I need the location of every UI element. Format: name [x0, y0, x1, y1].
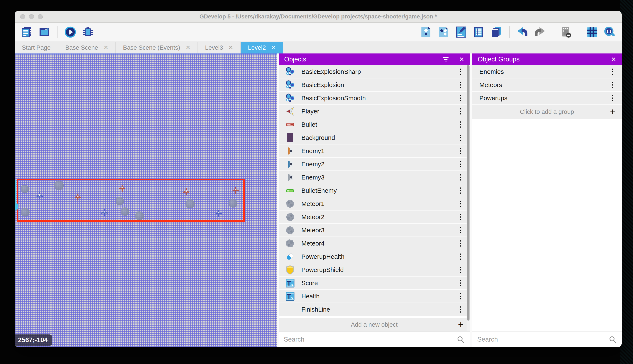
edit-scene-icon[interactable]: [455, 26, 467, 38]
object-row-bulletenemy[interactable]: BulletEnemy: [279, 184, 470, 197]
object-row-enemy2[interactable]: Enemy2: [279, 158, 470, 171]
object-label: FinishLine: [301, 306, 452, 313]
object-row-meteor4[interactable]: Meteor4: [279, 237, 470, 250]
zoom-1-1-icon[interactable]: 1:1: [604, 26, 616, 38]
group-row-powerups[interactable]: Powerups: [472, 92, 622, 105]
finish-line-handle[interactable]: [15, 202, 18, 210]
object-row-poweruphealth[interactable]: PowerupHealth: [279, 250, 470, 263]
panel-divider[interactable]: [277, 54, 279, 347]
scrollbar-thumb[interactable]: [467, 65, 470, 320]
toolbar-left-group: [21, 26, 94, 38]
gdevelop-window: GDevelop 5 - /Users/dkarakay/Documents/G…: [15, 11, 622, 347]
objects-panel: Objects ✕ BasicExplosionSharpBasicExplos…: [279, 54, 470, 347]
zoom-window-button[interactable]: [38, 14, 43, 19]
groups-search-input[interactable]: [472, 332, 622, 347]
object-row-basicexplosion[interactable]: BasicExplosion: [279, 78, 470, 92]
groups-list: EnemiesMeteorsPowerups: [472, 65, 622, 105]
object-row-finishline[interactable]: FinishLine: [279, 303, 470, 316]
tab-level3[interactable]: Level3✕: [198, 42, 241, 54]
explosion-object-icon: [279, 67, 301, 76]
object-row-player[interactable]: Player: [279, 105, 470, 118]
close-objects-panel-icon[interactable]: ✕: [459, 56, 464, 62]
desktop-background: [620, 0, 633, 364]
objects-search-input[interactable]: [279, 332, 470, 347]
group-menu-button[interactable]: [604, 95, 622, 101]
meteor-instance[interactable]: [21, 208, 30, 216]
enemy-blue-instance[interactable]: [215, 210, 222, 217]
tab-close-icon[interactable]: ✕: [186, 45, 190, 50]
object-label: Enemy1: [301, 148, 452, 154]
object-row-basicexplosionsmooth[interactable]: BasicExplosionSmooth: [279, 92, 470, 105]
groups-panel-header: Object Groups ✕: [472, 54, 622, 65]
object-row-background[interactable]: Background: [279, 131, 470, 144]
tab-close-icon[interactable]: ✕: [104, 45, 108, 50]
tab-level2[interactable]: Level2✕: [241, 42, 283, 54]
object-label: Meteor4: [301, 240, 452, 247]
object-row-meteor1[interactable]: Meteor1: [279, 197, 470, 210]
object-row-basicexplosionsharp[interactable]: BasicExplosionSharp: [279, 65, 470, 78]
tab-close-icon[interactable]: ✕: [271, 45, 276, 50]
enemy-red-instance[interactable]: [74, 193, 82, 201]
objects-scrollbar[interactable]: [467, 65, 470, 331]
undo-icon[interactable]: [516, 26, 528, 38]
minimize-window-button[interactable]: [29, 14, 34, 19]
objects-panel-title: Objects: [284, 56, 442, 63]
meteor-instance[interactable]: [121, 207, 129, 216]
panel-divider[interactable]: [470, 54, 472, 347]
meteor-instance[interactable]: [229, 199, 237, 208]
redo-icon[interactable]: [534, 26, 546, 38]
meteor-instance[interactable]: [54, 180, 64, 190]
tab-close-icon[interactable]: ✕: [229, 45, 233, 50]
meteor-instance[interactable]: [186, 199, 195, 208]
play-icon[interactable]: [64, 26, 76, 38]
debug-icon[interactable]: [82, 26, 94, 38]
object-row-meteor3[interactable]: Meteor3: [279, 224, 470, 237]
object-row-health[interactable]: TxHealth: [279, 290, 470, 303]
group-menu-button[interactable]: [604, 68, 622, 75]
mask-icon[interactable]: [560, 26, 572, 38]
enemy-red-instance[interactable]: [232, 186, 239, 194]
project-manager-icon[interactable]: [21, 26, 33, 38]
instances-icon[interactable]: [490, 26, 502, 38]
add-object-button[interactable]: Add a new object +: [279, 318, 470, 332]
add-group-button[interactable]: Click to add a group +: [472, 105, 622, 119]
scene-editor-canvas[interactable]: 2567;-104: [15, 54, 277, 347]
object-row-enemy1[interactable]: Enemy1: [279, 144, 470, 158]
filter-icon[interactable]: [442, 56, 449, 62]
meteor-instance[interactable]: [116, 197, 124, 205]
meteor-instance[interactable]: [135, 211, 144, 220]
bullet-object-icon: [279, 120, 301, 129]
layers-icon[interactable]: [473, 26, 485, 38]
enemy-gray-object-icon: [279, 172, 301, 182]
tab-base-scene[interactable]: Base Scene✕: [58, 42, 116, 54]
object-row-enemy3[interactable]: Enemy3: [279, 171, 470, 184]
tab-base-scene-events-[interactable]: Base Scene (Events)✕: [116, 42, 198, 54]
group-menu-button[interactable]: [604, 82, 622, 88]
grid-icon[interactable]: [586, 26, 598, 38]
svg-text:1:1: 1:1: [606, 30, 611, 33]
enemy-blue-instance[interactable]: [36, 192, 44, 200]
object-row-bullet[interactable]: Bullet: [279, 118, 470, 131]
group-row-meteors[interactable]: Meteors: [472, 78, 622, 92]
object-label: Player: [301, 108, 452, 115]
object-row-meteor2[interactable]: Meteor2: [279, 210, 470, 224]
group-row-enemies[interactable]: Enemies: [472, 65, 622, 78]
object-row-powerupshield[interactable]: PowerupShield: [279, 263, 470, 276]
close-window-button[interactable]: [20, 14, 25, 19]
enemy-blue-instance[interactable]: [101, 209, 108, 216]
object-row-score[interactable]: TxScore: [279, 276, 470, 290]
toolbar-separator: [579, 26, 579, 38]
scene-properties-icon[interactable]: [420, 26, 432, 38]
groups-panel-title: Object Groups: [478, 56, 611, 63]
meteor-instance[interactable]: [21, 185, 29, 193]
objects-list-icon[interactable]: [437, 26, 450, 38]
enemy-red-instance[interactable]: [182, 188, 190, 196]
none-object-icon: [279, 305, 301, 314]
tab-start-page[interactable]: Start Page: [15, 42, 58, 54]
group-label: Meteors: [472, 81, 604, 88]
enemy-red-instance[interactable]: [118, 184, 126, 192]
tab-label: Level3: [205, 44, 223, 51]
close-groups-panel-icon[interactable]: ✕: [611, 56, 616, 62]
object-groups-panel: Object Groups ✕ EnemiesMeteorsPowerups C…: [472, 54, 622, 347]
scene-window-icon[interactable]: [38, 26, 50, 38]
